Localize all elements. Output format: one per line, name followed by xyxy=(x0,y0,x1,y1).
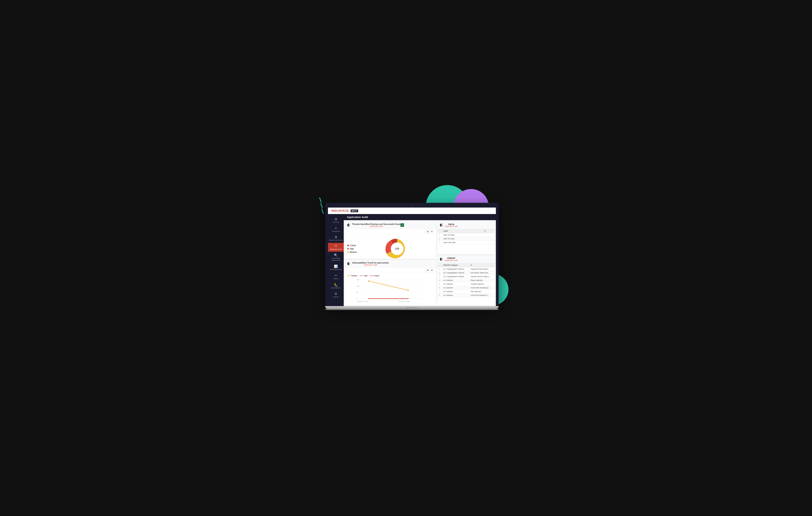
laptop-bezel: INDUSFACE WAS ⊞ Summary xyxy=(327,204,497,306)
svg-point-11 xyxy=(408,290,409,291)
scene: INDUSFACE WAS ⊞ Summary xyxy=(308,191,504,325)
dashboard-label: Dashboard xyxy=(332,230,340,232)
owasp-row-6-v: Cross-Site Scripting (X... xyxy=(469,286,495,290)
table-row: 1 Open 30 Days xyxy=(438,233,495,237)
critical-line-legend xyxy=(370,276,373,276)
legend-critical: Critical xyxy=(347,245,357,247)
line-chart-svg: 150 100 50 0 xyxy=(347,278,434,303)
audit-icon: 🛡 xyxy=(334,245,338,248)
aging-row-2-num: 2 xyxy=(438,237,442,241)
medium-dot xyxy=(347,251,349,253)
aging-half-circle-icon xyxy=(440,224,443,227)
owasp-row-7-v: SQL Injection xyxy=(469,290,495,293)
owasp-row-5-cat: A3: Injection xyxy=(442,282,469,286)
owasp-row-7-num: 7 xyxy=(438,290,442,293)
laptop-screen-outer: INDUSFACE WAS ⊞ Summary xyxy=(325,203,499,306)
aging-col-label: Label xyxy=(442,229,483,233)
aging-table-header-row: Label C xyxy=(438,229,495,233)
owasp-panel-subtitle: Application Audit xyxy=(445,259,458,261)
owasp-row-7-cat: A3: Injection xyxy=(442,290,469,293)
laptop: INDUSFACE WAS ⊞ Summary xyxy=(325,203,499,319)
content-body: Threats Identified During Last Successfu… xyxy=(344,220,496,306)
sidebar: ⊞ Summary ≡ Dashboard 🖥 Malware Monitori… xyxy=(328,214,344,306)
excel-export-icon[interactable]: X xyxy=(401,223,404,227)
reports-label: Reports xyxy=(333,278,339,280)
screen: INDUSFACE WAS ⊞ Summary xyxy=(328,207,496,306)
svg-text:235: 235 xyxy=(395,247,399,250)
sidebar-item-settings[interactable]: ⚙ Settings xyxy=(328,290,344,299)
owasp-half-circle-icon xyxy=(440,258,443,261)
trend-panel-title-block: Vulnerabilities Trend for past weeks App… xyxy=(352,262,389,266)
owasp-row-2-cat: A2: Cryptographic Failures xyxy=(442,271,469,275)
aging-col-c: C xyxy=(483,229,495,233)
owasp-table-container: OWASP Category V 1 xyxy=(438,263,495,297)
table-row: 6 A3: Injection Cross-Site Scripting (X.… xyxy=(438,286,495,290)
aging-table-container: Label C 1 Op xyxy=(438,229,495,245)
reports-icon: ✏ xyxy=(335,274,337,277)
decorative-lines xyxy=(319,197,320,216)
owasp-panel: OWASP Application Audit xyxy=(438,255,495,305)
trend-dropdown[interactable]: All xyxy=(425,268,434,272)
logo: INDUSFACE WAS xyxy=(331,209,358,212)
high-legend-label: High xyxy=(364,275,368,277)
owasp-row-3-v: Apache Server ETag H... xyxy=(469,275,495,279)
sidebar-item-summary[interactable]: ⊞ Summary xyxy=(328,216,344,225)
aging-row-3-c xyxy=(483,241,495,245)
sidebar-item-reports[interactable]: ✏ Reports xyxy=(328,272,344,281)
chart-legend: Medium High xyxy=(347,275,434,277)
sidebar-item-vulnerability-assessment[interactable]: 🔍 Vulnerability Assessment xyxy=(328,252,344,263)
trend-panel-subtitle: Application Audit xyxy=(352,264,389,266)
table-row: 3 A2: Cryptographic Failures Apache Serv… xyxy=(438,275,495,279)
owasp-row-8-v: Local File Inclusion (L... xyxy=(469,293,495,297)
pie-chart-svg: 235 xyxy=(384,237,410,259)
sidebar-item-asset-monitoring[interactable]: 📊 Asset Monitoring xyxy=(328,263,344,272)
owasp-row-1-num: 1 xyxy=(438,267,442,271)
sidebar-item-application-audit[interactable]: 🛡 Application Audit xyxy=(328,243,344,252)
table-row: 4 A3: Injection Iframe Injection xyxy=(438,279,495,282)
threats-panel-title-block: Threats Identified During Last Successfu… xyxy=(352,223,401,227)
medium-label: Medium xyxy=(350,251,357,253)
laptop-foot xyxy=(325,309,499,310)
aging-col-num xyxy=(438,229,442,233)
trend-half-circle-icon xyxy=(347,262,350,265)
owasp-title-block: OWASP Application Audit xyxy=(445,257,458,261)
sidebar-item-malware-monitoring[interactable]: 🖥 Malware Monitoring xyxy=(328,234,344,243)
trend-panel-title: Vulnerabilities Trend for past weeks xyxy=(352,262,389,264)
aging-panel-header: Aging Application Audit xyxy=(438,221,495,229)
owasp-row-6-num: 6 xyxy=(438,286,442,290)
aging-row-1-label: Open 30 Days xyxy=(442,233,483,237)
aging-row-3-label: Open 180 Days xyxy=(442,241,483,245)
legend-medium: Medium xyxy=(347,251,357,253)
table-row: 1 A2: Cryptographic Failures Password Fi… xyxy=(438,267,495,271)
owasp-row-4-v: Iframe Injection xyxy=(469,279,495,282)
owasp-table-body: 1 A2: Cryptographic Failures Password Fi… xyxy=(438,267,495,297)
malware-label: Malware Monitoring xyxy=(329,239,343,241)
vulnerability-label: Vulnerability Assessment xyxy=(329,257,343,261)
dashboard-icon: ≡ xyxy=(335,226,337,230)
owasp-row-4-cat: A3: Injection xyxy=(442,279,469,282)
aging-row-2-label: Open 90 Days xyxy=(442,237,483,241)
logo-text: INDUSFACE xyxy=(331,209,349,212)
svg-text:03-Mar - 09-Mar: 03-Mar - 09-Mar xyxy=(399,300,410,302)
threats-legend: Critical High xyxy=(347,245,357,253)
owasp-row-3-num: 3 xyxy=(438,275,442,279)
sidebar-item-vulnerabilities[interactable]: 🐛 Vulnerabilities xyxy=(328,281,344,290)
aging-panel-title: Aging xyxy=(445,223,458,225)
threats-dropdown[interactable]: All xyxy=(425,230,434,234)
owasp-panel-title: OWASP xyxy=(445,257,458,259)
sidebar-item-dashboard[interactable]: ≡ Dashboard xyxy=(328,225,344,234)
settings-icon: ⚙ xyxy=(335,292,337,296)
vulnerabilities-icon: 🐛 xyxy=(334,283,338,287)
vulnerabilities-label: Vulnerabilities xyxy=(331,287,341,289)
owasp-row-1-cat: A2: Cryptographic Failures xyxy=(442,267,469,271)
content-area: Application Audit Th xyxy=(344,214,496,306)
table-row: 3 Open 180 Days xyxy=(438,241,495,245)
pie-chart-container: 235 xyxy=(361,237,434,259)
owasp-col-num xyxy=(438,263,442,267)
table-row: 7 A3: Injection SQL Injection xyxy=(438,290,495,293)
right-panels: Aging Application Audit xyxy=(438,221,495,305)
high-label: High xyxy=(350,248,354,250)
malware-icon: 🖥 xyxy=(334,235,338,239)
aging-row-1-num: 1 xyxy=(438,233,442,237)
aging-row-2-c xyxy=(483,237,495,241)
